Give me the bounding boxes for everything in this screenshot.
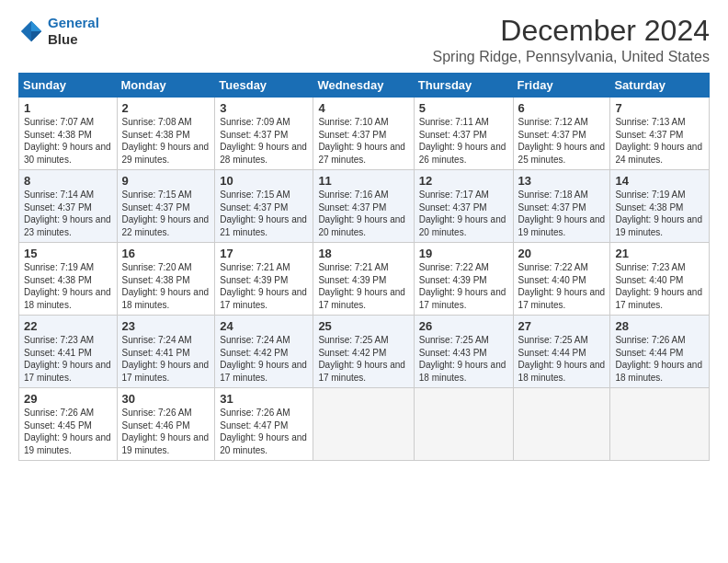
day-number: 13: [518, 174, 606, 188]
day-number: 22: [24, 319, 112, 333]
day-number: 23: [122, 319, 210, 333]
day-number: 7: [615, 101, 704, 115]
day-info: Sunrise: 7:23 AMSunset: 4:40 PMDaylight:…: [615, 262, 702, 310]
header-thursday: Thursday: [414, 74, 513, 98]
day-info: Sunrise: 7:22 AMSunset: 4:39 PMDaylight:…: [419, 262, 506, 310]
calendar-week-1: 1 Sunrise: 7:07 AMSunset: 4:38 PMDayligh…: [19, 98, 710, 170]
calendar-cell: 8 Sunrise: 7:14 AMSunset: 4:37 PMDayligh…: [19, 170, 118, 243]
day-number: 20: [518, 247, 606, 260]
day-number: 21: [615, 247, 704, 260]
calendar-cell: 12 Sunrise: 7:17 AMSunset: 4:37 PMDaylig…: [414, 170, 513, 243]
day-info: Sunrise: 7:25 AMSunset: 4:42 PMDaylight:…: [318, 335, 405, 383]
day-info: Sunrise: 7:15 AMSunset: 4:37 PMDaylight:…: [220, 190, 307, 237]
logo: General Blue: [18, 15, 99, 48]
calendar-cell: 16 Sunrise: 7:20 AMSunset: 4:38 PMDaylig…: [117, 243, 215, 316]
logo-line2: Blue: [48, 31, 78, 47]
calendar-cell: 23 Sunrise: 7:24 AMSunset: 4:41 PMDaylig…: [117, 316, 215, 388]
header-friday: Friday: [513, 74, 610, 98]
logo-line1: General: [48, 15, 99, 30]
day-info: Sunrise: 7:09 AMSunset: 4:37 PMDaylight:…: [220, 117, 307, 165]
header-wednesday: Wednesday: [313, 74, 414, 98]
day-number: 8: [24, 174, 112, 188]
day-info: Sunrise: 7:23 AMSunset: 4:41 PMDaylight:…: [24, 335, 111, 383]
day-info: Sunrise: 7:19 AMSunset: 4:38 PMDaylight:…: [615, 190, 702, 237]
day-number: 18: [318, 247, 408, 260]
svg-marker-2: [31, 31, 41, 41]
calendar-cell: 1 Sunrise: 7:07 AMSunset: 4:38 PMDayligh…: [19, 98, 118, 170]
calendar-cell: 6 Sunrise: 7:12 AMSunset: 4:37 PMDayligh…: [513, 98, 610, 170]
day-number: 19: [419, 247, 508, 260]
calendar-cell: [414, 388, 513, 461]
day-number: 31: [220, 392, 308, 406]
day-info: Sunrise: 7:13 AMSunset: 4:37 PMDaylight:…: [615, 117, 702, 165]
day-info: Sunrise: 7:14 AMSunset: 4:37 PMDaylight:…: [24, 190, 111, 237]
day-number: 15: [24, 247, 112, 260]
calendar-cell: 4 Sunrise: 7:10 AMSunset: 4:37 PMDayligh…: [313, 98, 414, 170]
day-info: Sunrise: 7:26 AMSunset: 4:44 PMDaylight:…: [615, 335, 702, 383]
calendar-cell: 28 Sunrise: 7:26 AMSunset: 4:44 PMDaylig…: [610, 316, 710, 388]
calendar-cell: 31 Sunrise: 7:26 AMSunset: 4:47 PMDaylig…: [215, 388, 313, 461]
main-title: December 2024: [432, 15, 710, 47]
calendar-week-4: 22 Sunrise: 7:23 AMSunset: 4:41 PMDaylig…: [19, 316, 710, 388]
day-number: 10: [220, 174, 308, 188]
calendar-week-2: 8 Sunrise: 7:14 AMSunset: 4:37 PMDayligh…: [19, 170, 710, 243]
day-number: 25: [318, 319, 408, 333]
calendar-cell: 15 Sunrise: 7:19 AMSunset: 4:38 PMDaylig…: [19, 243, 118, 316]
day-info: Sunrise: 7:07 AMSunset: 4:38 PMDaylight:…: [24, 117, 111, 165]
calendar-header-row: SundayMondayTuesdayWednesdayThursdayFrid…: [19, 74, 710, 98]
day-info: Sunrise: 7:17 AMSunset: 4:37 PMDaylight:…: [419, 190, 506, 237]
day-info: Sunrise: 7:22 AMSunset: 4:40 PMDaylight:…: [518, 262, 606, 310]
title-block: December 2024 Spring Ridge, Pennsylvania…: [432, 15, 710, 65]
day-number: 9: [122, 174, 210, 188]
calendar-cell: 2 Sunrise: 7:08 AMSunset: 4:38 PMDayligh…: [117, 98, 215, 170]
calendar-cell: 11 Sunrise: 7:16 AMSunset: 4:37 PMDaylig…: [313, 170, 414, 243]
day-info: Sunrise: 7:21 AMSunset: 4:39 PMDaylight:…: [220, 262, 307, 310]
calendar-cell: 9 Sunrise: 7:15 AMSunset: 4:37 PMDayligh…: [117, 170, 215, 243]
day-info: Sunrise: 7:20 AMSunset: 4:38 PMDaylight:…: [122, 262, 210, 310]
calendar-cell: [513, 388, 610, 461]
day-info: Sunrise: 7:16 AMSunset: 4:37 PMDaylight:…: [318, 190, 405, 237]
day-number: 30: [122, 392, 210, 406]
calendar-cell: 5 Sunrise: 7:11 AMSunset: 4:37 PMDayligh…: [414, 98, 513, 170]
day-info: Sunrise: 7:26 AMSunset: 4:47 PMDaylight:…: [220, 408, 307, 455]
calendar-cell: 14 Sunrise: 7:19 AMSunset: 4:38 PMDaylig…: [610, 170, 710, 243]
header: General Blue December 2024 Spring Ridge,…: [18, 15, 710, 65]
calendar-cell: 22 Sunrise: 7:23 AMSunset: 4:41 PMDaylig…: [19, 316, 118, 388]
day-info: Sunrise: 7:26 AMSunset: 4:45 PMDaylight:…: [24, 408, 111, 455]
day-info: Sunrise: 7:21 AMSunset: 4:39 PMDaylight:…: [318, 262, 405, 310]
day-info: Sunrise: 7:08 AMSunset: 4:38 PMDaylight:…: [122, 117, 210, 165]
calendar-cell: 27 Sunrise: 7:25 AMSunset: 4:44 PMDaylig…: [513, 316, 610, 388]
day-number: 14: [615, 174, 704, 188]
header-saturday: Saturday: [610, 74, 710, 98]
day-number: 16: [122, 247, 210, 260]
day-number: 1: [24, 101, 112, 115]
day-number: 28: [615, 319, 704, 333]
calendar-cell: 24 Sunrise: 7:24 AMSunset: 4:42 PMDaylig…: [215, 316, 313, 388]
day-info: Sunrise: 7:25 AMSunset: 4:43 PMDaylight:…: [419, 335, 506, 383]
day-info: Sunrise: 7:15 AMSunset: 4:37 PMDaylight:…: [122, 190, 210, 237]
day-number: 3: [220, 101, 308, 115]
day-number: 12: [419, 174, 508, 188]
header-sunday: Sunday: [19, 74, 118, 98]
day-info: Sunrise: 7:12 AMSunset: 4:37 PMDaylight:…: [518, 117, 606, 165]
calendar-cell: 19 Sunrise: 7:22 AMSunset: 4:39 PMDaylig…: [414, 243, 513, 316]
calendar-cell: 13 Sunrise: 7:18 AMSunset: 4:37 PMDaylig…: [513, 170, 610, 243]
day-info: Sunrise: 7:18 AMSunset: 4:37 PMDaylight:…: [518, 190, 606, 237]
day-number: 26: [419, 319, 508, 333]
calendar-cell: [313, 388, 414, 461]
day-info: Sunrise: 7:24 AMSunset: 4:42 PMDaylight:…: [220, 335, 307, 383]
svg-marker-1: [31, 21, 41, 31]
subtitle: Spring Ridge, Pennsylvania, United State…: [432, 49, 710, 65]
calendar-cell: 30 Sunrise: 7:26 AMSunset: 4:46 PMDaylig…: [117, 388, 215, 461]
calendar-cell: 7 Sunrise: 7:13 AMSunset: 4:37 PMDayligh…: [610, 98, 710, 170]
day-info: Sunrise: 7:26 AMSunset: 4:46 PMDaylight:…: [122, 408, 210, 455]
day-number: 24: [220, 319, 308, 333]
header-monday: Monday: [117, 74, 215, 98]
calendar-cell: 29 Sunrise: 7:26 AMSunset: 4:45 PMDaylig…: [19, 388, 118, 461]
logo-text: General Blue: [48, 15, 99, 48]
day-number: 2: [122, 101, 210, 115]
day-number: 17: [220, 247, 308, 260]
calendar-cell: 10 Sunrise: 7:15 AMSunset: 4:37 PMDaylig…: [215, 170, 313, 243]
calendar-cell: 20 Sunrise: 7:22 AMSunset: 4:40 PMDaylig…: [513, 243, 610, 316]
logo-icon: [18, 18, 44, 44]
